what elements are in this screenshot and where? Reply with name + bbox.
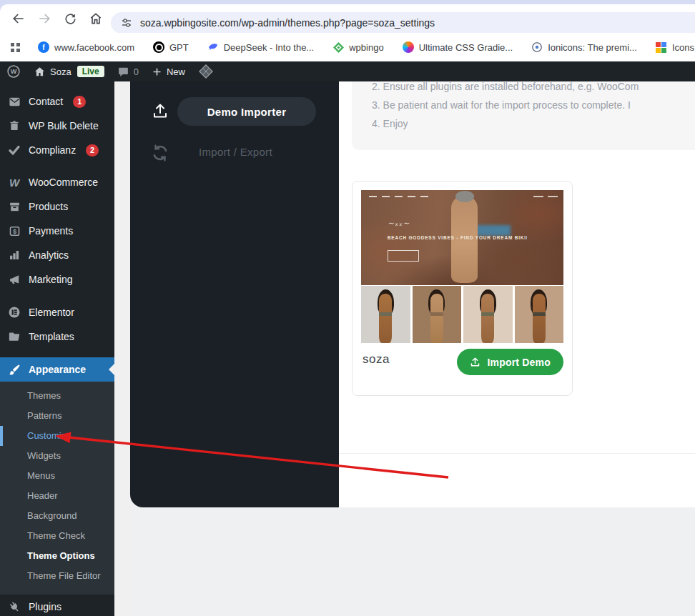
trash-icon — [7, 120, 21, 131]
bookmark-facebook[interactable]: f www.facebook.com — [38, 41, 134, 53]
product-thumb — [515, 286, 564, 343]
browser-toolbar: soza.wpbingosite.com/wp-admin/themes.php… — [0, 4, 695, 33]
theme-preview-image: ~ₓₓ~ BEACH GODDESS VIBES - FIND YOUR DRE… — [361, 190, 563, 343]
preview-product-thumbs — [361, 286, 563, 343]
forward-icon[interactable] — [31, 7, 57, 30]
product-thumb — [463, 286, 513, 343]
sidebar-item-analytics[interactable]: Analytics — [0, 243, 114, 267]
paintbrush-icon — [7, 364, 21, 376]
submenu-item-theme-file-editor[interactable]: Theme File Editor — [0, 566, 114, 586]
diamond-icon — [198, 64, 214, 79]
gpt-icon — [153, 41, 164, 53]
demo-card-soza: ~ₓₓ~ BEACH GODDESS VIBES - FIND YOUR DRE… — [352, 181, 573, 396]
submenu-item-widgets[interactable]: Widgets — [0, 446, 114, 466]
tab-demo-importer[interactable]: Demo Importer — [177, 97, 316, 126]
products-box-icon — [7, 201, 21, 213]
back-icon[interactable] — [6, 7, 31, 30]
sync-icon — [151, 144, 169, 162]
plugin-menu[interactable] — [192, 61, 220, 81]
submenu-item-menus[interactable]: Menus — [0, 466, 114, 486]
bar-chart-icon — [7, 249, 21, 261]
sidebar-item-marketing[interactable]: Marketing — [0, 267, 114, 292]
folder-icon — [7, 330, 21, 343]
reload-icon[interactable] — [57, 7, 83, 30]
wpbingo-icon — [332, 41, 344, 53]
sidebar-item-plugins[interactable]: Plugins — [0, 595, 114, 616]
sidebar-item-payments[interactable]: $ Payments — [0, 219, 114, 243]
plug-icon — [7, 601, 21, 613]
site-info-icon[interactable] — [121, 17, 132, 29]
main-content: 2. Ensure all plugins are installed befo… — [339, 81, 695, 507]
sidebar-item-complianz[interactable]: Complianz 2 — [0, 138, 114, 162]
megaphone-icon — [7, 274, 21, 286]
comment-count: 0 — [134, 66, 139, 77]
wordpress-icon: W — [6, 64, 21, 79]
preview-headline: BEACH GODDESS VIBES - FIND YOUR DREAM BI… — [388, 235, 527, 240]
sidebar-item-contact[interactable]: Contact 1 — [0, 89, 114, 114]
complianz-badge: 2 — [86, 144, 99, 157]
demo-name: soza — [363, 352, 390, 367]
svg-text:W: W — [11, 68, 17, 75]
submenu-item-background[interactable]: Background — [0, 506, 114, 526]
contact-badge: 1 — [73, 96, 86, 108]
sidebar-item-woocommerce[interactable]: W WooCommerce — [0, 170, 114, 194]
preview-shop-button — [388, 250, 419, 262]
deepseek-icon — [207, 41, 219, 53]
material-design-icon — [656, 41, 667, 53]
sidebar-item-appearance[interactable]: Appearance — [0, 357, 114, 382]
bookmark-deepseek[interactable]: DeepSeek - Into the... — [207, 41, 314, 53]
browser-chrome: soza.wpbingosite.com/wp-admin/themes.php… — [0, 0, 695, 61]
checkmark-icon — [7, 144, 21, 157]
url-text[interactable]: soza.wpbingosite.com/wp-admin/themes.php… — [140, 17, 435, 29]
appearance-submenu: Themes Patterns Customize Widgets Menus … — [0, 382, 114, 595]
submenu-item-header[interactable]: Header — [0, 486, 114, 506]
site-name: Soza — [50, 66, 72, 77]
facebook-icon: f — [38, 41, 49, 53]
sidebar-item-products[interactable]: Products — [0, 194, 114, 219]
instructions-card: 2. Ensure all plugins are installed befo… — [352, 81, 695, 150]
site-menu[interactable]: Soza Live — [27, 61, 111, 81]
envelope-icon — [7, 96, 21, 108]
upload-icon — [470, 357, 480, 367]
new-content-menu[interactable]: New — [145, 61, 192, 81]
bookmark-wpbingo[interactable]: wpbingo — [332, 41, 383, 53]
bookmark-material-icons[interactable]: Icons - Material Des... — [656, 41, 695, 53]
submenu-item-patterns[interactable]: Patterns — [0, 406, 114, 426]
wp-logo-menu[interactable]: W — [0, 61, 27, 81]
wp-admin-bar: W Soza Live 0 New — [0, 61, 695, 81]
new-label: New — [167, 66, 185, 77]
preview-nav-links — [369, 196, 428, 197]
instruction-line: 2. Ensure all plugins are installed befo… — [372, 81, 695, 96]
sidebar-item-wp-bulk-delete[interactable]: WP Bulk Delete — [0, 114, 114, 138]
home-icon — [34, 66, 46, 78]
comments-menu[interactable]: 0 — [111, 61, 145, 81]
tab-import-export[interactable]: Import / Export — [199, 146, 272, 158]
submenu-item-themes[interactable]: Themes — [0, 386, 114, 406]
content-divider — [339, 453, 695, 454]
bookmarks-bar: f www.facebook.com GPT DeepSeek - Into t… — [0, 33, 695, 61]
elementor-icon — [7, 306, 21, 319]
home-icon[interactable] — [83, 7, 109, 30]
sidebar-content-gap — [114, 81, 130, 616]
product-thumb — [361, 286, 410, 343]
woocommerce-icon: W — [7, 177, 21, 189]
wp-admin-sidebar: Contact 1 WP Bulk Delete Complianz 2 W W… — [0, 81, 114, 616]
bookmark-ultimate-css-gradient[interactable]: Ultimate CSS Gradie... — [403, 41, 513, 53]
bookmark-ionicons[interactable]: Ionicons: The premi... — [531, 41, 637, 53]
bookmark-gpt[interactable]: GPT — [153, 41, 189, 53]
svg-text:$: $ — [13, 227, 16, 234]
address-bar[interactable]: soza.wpbingosite.com/wp-admin/themes.php… — [111, 12, 695, 34]
live-badge: Live — [77, 66, 104, 77]
payments-icon: $ — [7, 225, 21, 237]
preview-logo-script: ~ₓₓ~ — [388, 219, 410, 228]
apps-grid-icon[interactable] — [10, 42, 21, 53]
import-demo-button[interactable]: Import Demo — [457, 349, 563, 375]
submenu-item-customize[interactable]: Customize — [0, 426, 114, 446]
preview-account-links — [533, 196, 558, 197]
upload-icon — [152, 102, 169, 119]
submenu-item-theme-options[interactable]: Theme Options — [0, 546, 114, 566]
sidebar-item-templates[interactable]: Templates — [0, 324, 114, 349]
ionicons-icon — [531, 41, 543, 53]
submenu-item-theme-check[interactable]: Theme Check — [0, 526, 114, 546]
sidebar-item-elementor[interactable]: Elementor — [0, 300, 114, 324]
